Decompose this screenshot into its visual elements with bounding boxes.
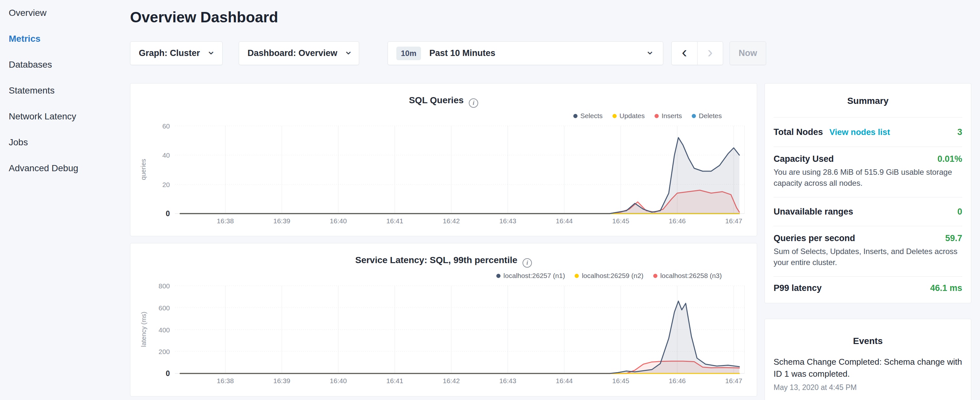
- svg-text:16:41: 16:41: [386, 377, 404, 384]
- time-back-button[interactable]: ‹: [672, 42, 697, 65]
- chart-canvas[interactable]: 020406016:3816:3916:4016:4116:4216:4316:…: [130, 122, 757, 233]
- toolbar: Graph: Cluster ⌄ Dashboard: Overview ⌄ 1…: [130, 41, 810, 65]
- dashboard-dropdown-label: Dashboard: Overview: [248, 48, 337, 58]
- svg-text:16:43: 16:43: [499, 217, 516, 225]
- legend-item[interactable]: localhost:26258 (n3): [653, 272, 722, 280]
- chart-title: Service Latency: SQL, 99th percentile: [355, 255, 517, 265]
- summary-label: Unavailable ranges: [773, 207, 853, 217]
- svg-text:0: 0: [165, 209, 170, 218]
- app: Overview Metrics Databases Statements Ne…: [0, 0, 980, 400]
- event-timestamp: May 13, 2020 at 4:45 PM: [773, 383, 962, 392]
- legend-dot-icon: [574, 274, 579, 278]
- sidebar-item-advanced-debug[interactable]: Advanced Debug: [0, 155, 123, 181]
- summary-row-capacity-used: Capacity Used 0.01% You are using 28.6 M…: [773, 147, 962, 197]
- svg-text:40: 40: [162, 151, 170, 159]
- summary-row-queries-per-second: Queries per second 59.7 Sum of Selects, …: [773, 226, 962, 276]
- svg-text:16:47: 16:47: [725, 377, 743, 384]
- svg-text:16:43: 16:43: [499, 377, 516, 384]
- svg-text:16:46: 16:46: [669, 377, 686, 384]
- svg-text:16:38: 16:38: [217, 217, 234, 225]
- summary-row-total-nodes: Total Nodes View nodes list 3: [773, 117, 962, 147]
- summary-value: 46.1 ms: [930, 283, 962, 293]
- legend-label: Updates: [620, 112, 645, 120]
- sidebar-item-statements[interactable]: Statements: [0, 78, 123, 104]
- svg-text:16:45: 16:45: [612, 217, 629, 225]
- dashboard-dropdown[interactable]: Dashboard: Overview ⌄: [239, 41, 359, 65]
- summary-value: 59.7: [945, 233, 962, 243]
- legend-label: Selects: [581, 112, 603, 120]
- legend-label: localhost:26259 (n2): [582, 272, 643, 280]
- sidebar-item-overview[interactable]: Overview: [0, 0, 123, 26]
- summary-value: 0.01%: [937, 154, 962, 164]
- sidebar-item-metrics[interactable]: Metrics: [0, 26, 123, 52]
- now-button[interactable]: Now: [730, 41, 766, 65]
- svg-text:0: 0: [165, 369, 170, 378]
- svg-text:600: 600: [159, 304, 170, 312]
- legend-dot-icon: [692, 114, 696, 118]
- legend-item[interactable]: Deletes: [692, 112, 722, 120]
- time-range-dropdown[interactable]: 10m Past 10 Minutes ⌄: [388, 41, 663, 65]
- chart-title: SQL Queries: [409, 95, 464, 105]
- legend-dot-icon: [496, 274, 501, 278]
- chart-card-sql-queries: SQL Queriesi SelectsUpdatesInsertsDelete…: [130, 83, 757, 236]
- summary-label: Capacity Used: [773, 154, 834, 164]
- info-icon[interactable]: i: [469, 98, 478, 108]
- page-title: Overview Dashboard: [130, 8, 278, 26]
- sidebar-item-jobs[interactable]: Jobs: [0, 129, 123, 155]
- sidebar-item-databases[interactable]: Databases: [0, 52, 123, 78]
- chart-legend: SelectsUpdatesInsertsDeletes: [573, 112, 722, 120]
- svg-text:16:45: 16:45: [612, 377, 629, 384]
- info-icon[interactable]: i: [522, 258, 532, 268]
- summary-label: P99 latency: [773, 283, 822, 293]
- time-step-buttons: ‹ ›: [671, 41, 723, 65]
- summary-row-unavailable-ranges: Unavailable ranges 0: [773, 197, 962, 226]
- svg-text:400: 400: [159, 326, 170, 334]
- svg-text:16:39: 16:39: [274, 217, 291, 225]
- legend-item[interactable]: Selects: [573, 112, 603, 120]
- svg-text:16:44: 16:44: [556, 377, 573, 384]
- event-message[interactable]: Schema Change Completed: Schema change w…: [773, 356, 962, 380]
- legend-label: Deletes: [699, 112, 722, 120]
- legend-label: localhost:26257 (n1): [503, 272, 565, 280]
- legend-item[interactable]: localhost:26259 (n2): [574, 272, 643, 280]
- events-panel: Events Schema Change Completed: Schema c…: [765, 319, 971, 400]
- graph-dropdown[interactable]: Graph: Cluster ⌄: [130, 41, 223, 65]
- legend-label: localhost:26258 (n3): [660, 272, 722, 280]
- chart-canvas[interactable]: 020040060080016:3816:3916:4016:4116:4216…: [130, 282, 757, 392]
- svg-text:16:41: 16:41: [386, 217, 404, 225]
- time-range-label: Past 10 Minutes: [430, 48, 495, 58]
- sidebar-item-network-latency[interactable]: Network Latency: [0, 104, 123, 129]
- events-title: Events: [773, 319, 962, 346]
- chevron-down-icon: ⌄: [200, 45, 216, 56]
- svg-text:16:42: 16:42: [443, 217, 460, 225]
- svg-text:20: 20: [162, 181, 170, 188]
- legend-dot-icon: [573, 114, 578, 118]
- svg-text:16:38: 16:38: [217, 377, 234, 384]
- summary-panel: Summary Total Nodes View nodes list 3 Ca…: [765, 83, 971, 303]
- chart-title-row: Service Latency: SQL, 99th percentilei: [130, 255, 757, 268]
- summary-row-p99-latency: P99 latency 46.1 ms: [773, 276, 962, 300]
- summary-description: Sum of Selects, Updates, Inserts, and De…: [773, 246, 962, 268]
- chevron-down-icon: ⌄: [337, 45, 353, 56]
- chevron-down-icon: ⌄: [639, 45, 655, 56]
- legend-item[interactable]: localhost:26257 (n1): [496, 272, 565, 280]
- svg-text:16:44: 16:44: [556, 217, 573, 225]
- legend-item[interactable]: Inserts: [654, 112, 682, 120]
- svg-text:16:42: 16:42: [443, 377, 460, 384]
- svg-text:16:46: 16:46: [669, 217, 686, 225]
- svg-text:60: 60: [162, 122, 170, 130]
- legend-dot-icon: [653, 274, 657, 278]
- svg-text:16:40: 16:40: [330, 217, 347, 225]
- summary-title: Summary: [773, 83, 962, 117]
- graph-dropdown-label: Graph: Cluster: [139, 48, 200, 58]
- time-forward-button[interactable]: ›: [697, 42, 723, 65]
- svg-text:16:47: 16:47: [725, 217, 743, 225]
- chart-legend: localhost:26257 (n1)localhost:26259 (n2)…: [496, 272, 722, 280]
- svg-text:16:39: 16:39: [274, 377, 291, 384]
- time-range-badge: 10m: [396, 46, 421, 60]
- chart-title-row: SQL Queriesi: [130, 95, 757, 108]
- view-nodes-list-link[interactable]: View nodes list: [830, 127, 890, 137]
- summary-label: Total Nodes: [773, 127, 823, 137]
- svg-text:800: 800: [159, 282, 170, 290]
- legend-item[interactable]: Updates: [612, 112, 645, 120]
